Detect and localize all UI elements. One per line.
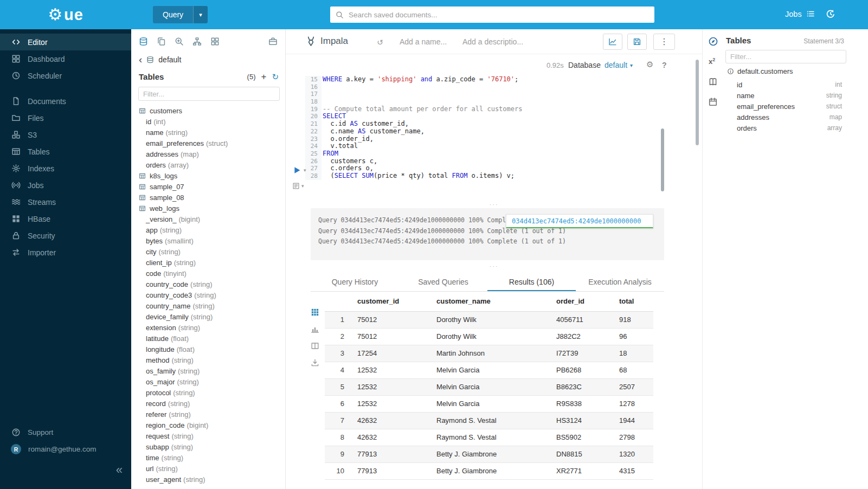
jobs-link[interactable]: Jobs	[785, 9, 815, 18]
collapse-sidebar-button[interactable]: «	[116, 464, 123, 476]
results-header-customer_name[interactable]: customer_name	[436, 292, 556, 311]
chart-view-icon[interactable]	[311, 325, 319, 333]
sidebar-item-support[interactable]: Support	[0, 424, 131, 441]
assist-column-code[interactable]: code(tinyint)	[139, 268, 285, 279]
assist-column-city[interactable]: city(string)	[139, 246, 285, 257]
right-column-orders[interactable]: ordersarray	[737, 123, 842, 133]
resize-handle-top[interactable]: ···	[286, 202, 702, 207]
settings-gear-icon[interactable]: ⚙	[646, 60, 653, 69]
right-filter-input[interactable]	[725, 50, 846, 63]
assist-column-_version_[interactable]: _version_(bigint)	[139, 214, 285, 224]
assist-column-country_code3[interactable]: country_code3(string)	[139, 289, 285, 300]
apps-grid-icon[interactable]	[210, 37, 220, 46]
right-column-id[interactable]: idint	[737, 79, 842, 90]
new-query-label[interactable]: Query	[153, 6, 193, 23]
sql-sources-icon[interactable]	[139, 37, 148, 46]
assist-column-url[interactable]: url(string)	[139, 463, 285, 474]
sidebar-item-editor[interactable]: Editor	[0, 34, 131, 50]
grid-view-icon[interactable]	[311, 308, 319, 317]
query-id-popup[interactable]: 034d413ec7474ed5:4249de1000000000	[506, 214, 653, 228]
execute-button[interactable]	[293, 166, 301, 175]
active-table-entry[interactable]: default.customers	[727, 67, 793, 75]
assist-column-app[interactable]: app(string)	[139, 224, 285, 235]
sidebar-item-indexes[interactable]: Indexes	[0, 160, 131, 177]
assist-column-os_family[interactable]: os_family(string)	[139, 365, 285, 376]
assist-table-customers[interactable]: customers	[139, 105, 285, 116]
database-select[interactable]: default ▾	[605, 61, 633, 69]
sidebar-item-dashboard[interactable]: Dashboard	[0, 50, 131, 67]
assist-table-sample_08[interactable]: sample_08	[139, 192, 285, 203]
resize-handle-bottom[interactable]: ···	[286, 263, 702, 269]
assist-column-orders[interactable]: orders(array)	[139, 159, 285, 170]
assist-compass-icon[interactable]	[708, 36, 718, 47]
query-description-input[interactable]	[462, 35, 525, 48]
back-chevron-icon[interactable]: ‹	[139, 54, 142, 65]
assist-column-request[interactable]: request(string)	[139, 430, 285, 441]
results-row[interactable]: 175012Dorothy Wilk4056711918	[325, 311, 653, 328]
results-row[interactable]: 842632Raymond S. VestalBS59022798	[325, 429, 653, 446]
assist-column-latitude[interactable]: latitude(float)	[139, 333, 285, 344]
assist-column-record[interactable]: record(string)	[139, 398, 285, 409]
help-icon[interactable]: ?	[662, 61, 667, 69]
save-button[interactable]	[627, 34, 647, 50]
sidebar-item-tables[interactable]: Tables	[0, 143, 131, 160]
database-name[interactable]: default	[158, 55, 181, 64]
chart-button[interactable]	[603, 34, 622, 50]
assist-column-extension[interactable]: extension(string)	[139, 322, 285, 333]
columns-view-icon[interactable]	[311, 342, 319, 350]
refresh-tables-icon[interactable]: ↻	[272, 73, 279, 81]
assist-column-country_code[interactable]: country_code(string)	[139, 279, 285, 289]
assist-column-id[interactable]: id(int)	[139, 116, 285, 127]
results-row[interactable]: 1077913Betty J. GiambroneXR27714315	[325, 462, 653, 479]
query-history-icon[interactable]	[825, 9, 836, 20]
functions-icon[interactable]: x2	[709, 57, 715, 66]
results-header-total[interactable]: total	[619, 292, 653, 311]
assist-column-os_major[interactable]: os_major(string)	[139, 376, 285, 387]
tab-execution-analysis[interactable]: Execution Analysis	[576, 273, 664, 291]
sidebar-item-s3[interactable]: S3	[0, 126, 131, 143]
assist-table-k8s_logs[interactable]: k8s_logs	[139, 170, 285, 181]
assist-column-bytes[interactable]: bytes(smallint)	[139, 235, 285, 246]
assist-column-time[interactable]: time(string)	[139, 452, 285, 463]
editor-scrollbar[interactable]	[661, 128, 664, 191]
tab-saved-queries[interactable]: Saved Queries	[399, 273, 487, 291]
results-row[interactable]: 317254Martin JohnsonI72T3918	[325, 345, 653, 362]
language-docs-icon[interactable]	[708, 77, 718, 87]
assist-column-name[interactable]: name(string)	[139, 127, 285, 138]
right-column-name[interactable]: namestring	[737, 90, 842, 101]
tab-results-106-[interactable]: Results (106)	[487, 273, 576, 291]
assist-column-user_agent[interactable]: user_agent(string)	[139, 474, 285, 485]
right-column-email_preferences[interactable]: email_preferencesstruct	[737, 101, 842, 112]
sidebar-item-user[interactable]: R romain@gethue.com	[0, 441, 131, 458]
snippet-settings-button[interactable]: ▾	[292, 182, 304, 190]
documents-icon[interactable]	[157, 37, 166, 46]
sidebar-item-security[interactable]: Security	[0, 227, 131, 244]
assist-column-client_ip[interactable]: client_ip(string)	[139, 257, 285, 268]
results-row[interactable]: 412532Melvin GarciaPB626868	[325, 362, 653, 378]
sidebar-item-streams[interactable]: Streams	[0, 194, 131, 210]
panel-scrollbar[interactable]	[696, 60, 699, 145]
sql-code-editor[interactable]: 1516171819202122232425262728 WHERE a.key…	[286, 76, 666, 209]
statement-reload-icon[interactable]: ↺	[377, 38, 383, 47]
search-plus-icon[interactable]	[175, 37, 184, 46]
sidebar-item-jobs[interactable]: Jobs	[0, 177, 131, 194]
query-id-link[interactable]: 034d413ec7474ed5:4249de1000000000	[512, 217, 641, 225]
right-column-addresses[interactable]: addressesmap	[737, 112, 842, 123]
assist-column-subapp[interactable]: subapp(string)	[139, 441, 285, 452]
sidebar-item-files[interactable]: Files	[0, 110, 131, 126]
hue-logo[interactable]: ⚙ ue	[0, 0, 131, 29]
results-header-order_id[interactable]: order_id	[556, 292, 619, 311]
tab-query-history[interactable]: Query History	[311, 273, 399, 291]
query-dropdown-caret-icon[interactable]: ▾	[193, 6, 208, 23]
assist-column-addresses[interactable]: addresses(map)	[139, 149, 285, 159]
assist-column-referer[interactable]: referer(string)	[139, 409, 285, 420]
query-name-input[interactable]	[400, 35, 459, 48]
results-row[interactable]: 275012Dorothy WilkJ882C296	[325, 328, 653, 345]
editor-code[interactable]: WHERE a.key = 'shipping' and a.zip_code …	[323, 76, 666, 180]
download-results-icon[interactable]	[311, 358, 319, 367]
assist-column-longitude[interactable]: longitude(float)	[139, 344, 285, 355]
assist-column-device_family[interactable]: device_family(string)	[139, 311, 285, 322]
sidebar-item-scheduler[interactable]: Scheduler	[0, 67, 131, 84]
sitemap-icon[interactable]	[192, 37, 202, 46]
sidebar-item-importer[interactable]: Importer	[0, 244, 131, 261]
